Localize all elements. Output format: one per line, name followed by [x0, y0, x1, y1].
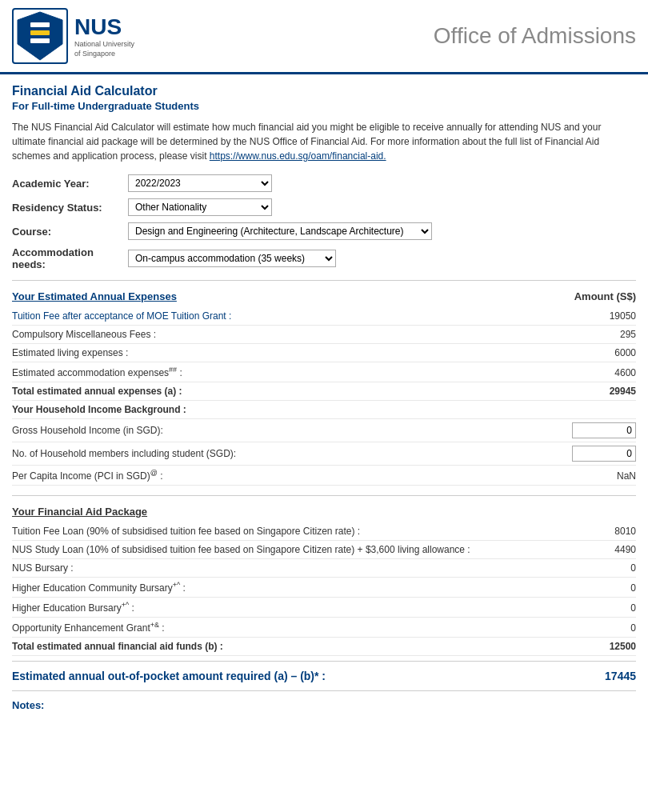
household-members-value — [572, 446, 636, 462]
gross-income-value — [572, 422, 636, 438]
accommodation-select[interactable]: On-campus accommodation (35 weeks) Off-c… — [128, 250, 336, 267]
oop-value: 17445 — [605, 670, 636, 682]
expense-living-row: Estimated living expenses : 6000 — [12, 344, 636, 362]
logo-area: NUS National University of Singapore — [12, 8, 134, 64]
financial-aid-link[interactable]: https://www.nus.edu.sg/oam/financial-aid… — [210, 150, 386, 162]
office-title: Office of Admissions — [434, 23, 636, 49]
expense-total-row: Total estimated annual expenses (a) : 29… — [12, 382, 636, 401]
expense-living-label: Estimated living expenses : — [12, 347, 128, 358]
household-members-row: No. of Household members including stude… — [12, 442, 636, 466]
oop-label: Estimated annual out-of-pocket amount re… — [12, 670, 326, 682]
academic-year-row: Academic Year: 2022/2023 2021/2022 — [12, 174, 636, 192]
main-content: Financial Aid Calculator For Full-time U… — [0, 74, 648, 721]
expense-misc-value: 295 — [588, 329, 636, 340]
household-title: Your Household Income Background : — [12, 404, 186, 415]
expense-accommodation-value: 4600 — [588, 367, 636, 378]
expenses-title: Your Estimated Annual Expenses — [12, 290, 177, 302]
residency-label: Residency Status: — [12, 202, 128, 214]
household-members-input[interactable] — [572, 446, 636, 462]
aid-value-2: 0 — [588, 562, 636, 574]
logo-nus-text: NUS — [74, 14, 134, 41]
divider-1 — [12, 280, 636, 281]
gross-income-input[interactable] — [572, 422, 636, 438]
gross-income-row: Gross Household Income (in SGD): — [12, 419, 636, 442]
aid-label-3: Higher Education Community Bursary+^ : — [12, 581, 186, 594]
svg-marker-0 — [18, 12, 62, 60]
aid-label-0: Tuition Fee Loan (90% of subsidised tuit… — [12, 526, 360, 537]
expense-tuition-label: Tuition Fee after acceptance of MOE Tuit… — [12, 310, 231, 322]
amount-header: Amount (S$) — [574, 290, 636, 302]
expense-living-value: 6000 — [588, 347, 636, 358]
aid-row-0: Tuition Fee Loan (90% of subsidised tuit… — [12, 522, 636, 541]
aid-label-1: NUS Study Loan (10% of subsidised tuitio… — [12, 544, 470, 555]
expense-accommodation-label: Estimated accommodation expenses## : — [12, 366, 182, 378]
nus-logo — [12, 8, 68, 64]
household-members-label: No. of Household members including stude… — [12, 448, 236, 459]
expense-accommodation-row: Estimated accommodation expenses## : 460… — [12, 362, 636, 382]
aid-row-1: NUS Study Loan (10% of subsidised tuitio… — [12, 541, 636, 559]
expense-total-label: Total estimated annual expenses (a) : — [12, 386, 182, 397]
aid-row-3: Higher Education Community Bursary+^ : 0 — [12, 578, 636, 598]
household-header-row: Your Household Income Background : — [12, 401, 636, 419]
academic-year-select[interactable]: 2022/2023 2021/2022 — [128, 174, 272, 192]
aid-value-1: 4490 — [588, 544, 636, 555]
aid-total-row: Total estimated annual financial aid fun… — [12, 638, 636, 656]
description-text: The NUS Financial Aid Calculator will es… — [12, 120, 636, 163]
svg-rect-1 — [30, 22, 50, 27]
course-row: Course: Design and Engineering (Architec… — [12, 222, 636, 240]
divider-2 — [12, 495, 636, 496]
aid-total-value: 12500 — [588, 641, 636, 652]
expense-misc-row: Compulsory Miscellaneous Fees : 295 — [12, 326, 636, 344]
aid-label-4: Higher Education Bursary+^ : — [12, 601, 134, 614]
tuition-link[interactable]: Tuition Fee after acceptance of MOE Tuit… — [12, 310, 226, 322]
expense-misc-label: Compulsory Miscellaneous Fees : — [12, 329, 156, 340]
notes-label: Notes: — [12, 699, 636, 711]
oop-row: Estimated annual out-of-pocket amount re… — [12, 661, 636, 691]
page-subtitle: For Full-time Undergraduate Students — [12, 100, 636, 112]
financial-aid-title: Your Financial Aid Package — [12, 506, 636, 518]
aid-value-3: 0 — [588, 582, 636, 594]
pci-value: NaN — [588, 470, 636, 482]
svg-rect-2 — [30, 30, 50, 35]
aid-label-2: NUS Bursary : — [12, 562, 74, 574]
academic-year-label: Academic Year: — [12, 178, 128, 190]
page-header: NUS National University of Singapore Off… — [0, 0, 648, 74]
aid-row-2: NUS Bursary : 0 — [12, 559, 636, 578]
aid-label-5: Opportunity Enhancement Grant+& : — [12, 621, 165, 634]
aid-value-0: 8010 — [588, 526, 636, 537]
svg-rect-3 — [30, 38, 50, 43]
aid-row-5: Opportunity Enhancement Grant+& : 0 — [12, 618, 636, 638]
accommodation-row: Accommodation needs: On-campus accommoda… — [12, 246, 636, 270]
course-label: Course: — [12, 226, 128, 238]
logo-subtitle: National University of Singapore — [74, 40, 134, 58]
expense-total-value: 29945 — [588, 386, 636, 397]
residency-row: Residency Status: Other Nationality Sing… — [12, 198, 636, 216]
nus-logo-svg — [16, 10, 64, 62]
aid-row-4: Higher Education Bursary+^ : 0 — [12, 598, 636, 618]
pci-label: Per Capita Income (PCI in SGD)@ : — [12, 469, 163, 482]
gross-income-label: Gross Household Income (in SGD): — [12, 425, 163, 436]
course-select[interactable]: Design and Engineering (Architecture, La… — [128, 222, 432, 240]
expenses-header: Your Estimated Annual Expenses Amount (S… — [12, 290, 636, 302]
expense-tuition-value: 19050 — [588, 310, 636, 322]
aid-value-5: 0 — [588, 622, 636, 634]
aid-total-label: Total estimated annual financial aid fun… — [12, 641, 223, 652]
aid-value-4: 0 — [588, 602, 636, 614]
pci-row: Per Capita Income (PCI in SGD)@ : NaN — [12, 466, 636, 486]
page-title: Financial Aid Calculator — [12, 84, 636, 98]
logo-text: NUS National University of Singapore — [74, 14, 134, 59]
residency-select[interactable]: Other Nationality Singapore Citizen Sing… — [128, 198, 272, 216]
expense-tuition-row: Tuition Fee after acceptance of MOE Tuit… — [12, 307, 636, 326]
accommodation-label: Accommodation needs: — [12, 246, 128, 270]
